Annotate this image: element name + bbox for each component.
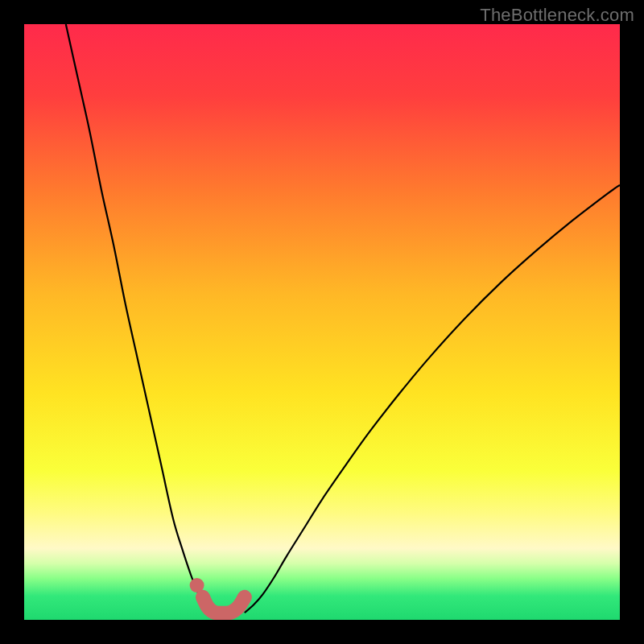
curve-right-branch — [245, 185, 620, 613]
highlight-dot — [190, 578, 204, 592]
watermark-text: TheBottleneck.com — [480, 5, 634, 26]
curve-left-branch — [66, 24, 209, 613]
plot-area — [24, 24, 620, 620]
highlight-path — [203, 597, 245, 613]
chart-canvas — [24, 24, 620, 620]
outer-frame: TheBottleneck.com — [0, 0, 644, 644]
